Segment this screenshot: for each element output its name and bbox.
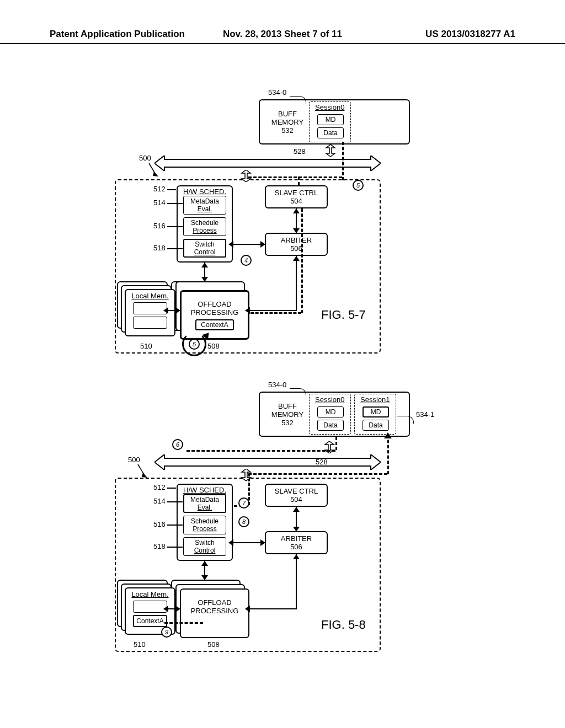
conn-off-arb-h-8 [249, 608, 297, 609]
fig-5-7-label: FIG. 5-7 [321, 308, 366, 322]
arrow-up-5a [201, 263, 208, 267]
leader-514 [167, 203, 183, 204]
svg-marker-3 [242, 170, 250, 182]
ref-500: 500 [139, 154, 151, 162]
step-7: 7 [238, 497, 249, 508]
leader-512 [167, 189, 176, 190]
fig-5-8-label: FIG. 5-8 [321, 618, 366, 632]
ref-504: 504 [290, 197, 302, 205]
ref-514: 514 [153, 199, 166, 207]
step-6: 6 [172, 439, 183, 450]
metadata-eval-box: MetaData Eval. [183, 196, 226, 215]
md-box-s1: MD [363, 406, 389, 417]
buff-label-1: BUFF [265, 110, 310, 118]
arrow-left-6 [163, 307, 168, 314]
page-header: Patent Application Publication Nov. 28, … [0, 29, 565, 44]
md-box: MD [317, 114, 344, 125]
lm-inner-1 [133, 302, 167, 314]
bidir-bus-500-8 [239, 469, 253, 481]
arrow-left-2 [228, 241, 233, 248]
session0-label: Session0 [315, 103, 344, 111]
dpath-58-s1 [387, 435, 389, 474]
dpath-57-c [298, 176, 300, 185]
step-4: 4 [241, 255, 252, 266]
svg-marker-4 [154, 454, 381, 470]
ref-532: 532 [265, 126, 310, 135]
switch-control-box: Switch Control [183, 239, 226, 258]
svg-marker-7 [242, 469, 250, 481]
arrow-down-1 [293, 228, 300, 233]
offload-label-2: PROCESSING [191, 308, 239, 317]
lm-inner-2 [133, 317, 167, 329]
offload-label-1: OFFLOAD [198, 300, 231, 308]
data-box-s1: Data [363, 420, 389, 431]
leader-534-0 [290, 96, 306, 104]
session1-box-8: Session1 MD Data [354, 394, 396, 435]
arrow-right-2 [260, 241, 265, 248]
step-8: 8 [238, 516, 249, 527]
dpath-57-e [250, 312, 301, 314]
dpath-58-ctx [164, 622, 203, 624]
leader-534-0-8 [290, 388, 306, 396]
header-left: Patent Application Publication [50, 29, 185, 40]
bus-528 [154, 156, 381, 171]
arrow-up-3 [293, 256, 300, 261]
header-center: Nov. 28, 2013 Sheet 7 of 11 [223, 29, 342, 40]
session0-box: Session0 MD Data [309, 101, 351, 142]
svg-marker-0 [154, 156, 381, 171]
svg-marker-1 [326, 144, 335, 157]
svg-marker-6 [142, 473, 147, 478]
ref-518: 518 [153, 244, 166, 252]
svg-marker-2 [153, 172, 158, 176]
step-9: 9 [161, 627, 172, 638]
ref-506: 506 [290, 244, 302, 253]
ref-528: 528 [294, 147, 306, 156]
ref-500-8: 500 [128, 456, 140, 464]
data-box: Data [317, 127, 344, 138]
ref-534-0: 534-0 [268, 88, 286, 97]
dpath-58-6b [335, 437, 337, 450]
header-right: US 2013/0318277 A1 [425, 29, 515, 40]
ref-528-8: 528 [316, 458, 328, 466]
dpath-58-6 [186, 450, 335, 452]
conn-off-arb-h [249, 310, 297, 311]
step-5-a: 5 [353, 180, 364, 191]
slave-ctrl-label: SLAVE CTRL [275, 189, 318, 197]
arbiter-label: ARBITER [281, 236, 312, 244]
leader-500 [146, 162, 159, 178]
dpath-57-a [342, 142, 344, 180]
session0-box-8: Session0 MD Data [309, 394, 351, 435]
ref-510: 510 [140, 342, 152, 350]
slave-ctrl-block-8: SLAVE CTRL 504 [265, 484, 328, 507]
ref-534-1: 534-1 [416, 410, 434, 419]
switch-control-box-8: Switch Control [183, 537, 226, 556]
leader-518 [167, 248, 183, 249]
arrow-up-s1 [384, 432, 392, 438]
bus-528-8 [154, 454, 381, 470]
bidir-buff-bus [324, 144, 337, 157]
dpath-57-d [301, 208, 303, 313]
leader-534-1 [397, 416, 414, 424]
arrow-down-5 [201, 277, 208, 282]
conn-arb-off [296, 256, 297, 311]
arbiter-block: ARBITER 506 [265, 233, 328, 256]
offload-processing-stack: OFFLOAD PROCESSING ContextA [171, 281, 249, 336]
schedule-process-box: Schedule Process [183, 217, 226, 236]
lm-inner-1-8 [133, 601, 167, 613]
conn-arb-off-8 [296, 554, 297, 609]
ref-516: 516 [153, 222, 166, 230]
slave-ctrl-block: SLAVE CTRL 504 [265, 185, 328, 208]
ref-508: 508 [207, 342, 220, 350]
lm-contextA-box: ContextA [133, 615, 167, 627]
arrow-right-6 [175, 307, 180, 314]
figure-5-7: BUFF MEMORY 532 Session0 MD Data 534-0 5… [105, 88, 436, 358]
arrow-left-4 [245, 307, 250, 314]
local-mem-label: Local Mem. [126, 292, 174, 300]
figure-5-8: BUFF MEMORY 532 Session0 MD Data Session… [105, 375, 458, 662]
dpath-58-s1b [248, 473, 387, 475]
hw-sched-label: H/W SCHED. [183, 188, 226, 196]
bidir-bus-500 [239, 170, 253, 182]
contextA-box: ContextA [195, 319, 234, 330]
offload-processing-stack-8: OFFLOAD PROCESSING [171, 580, 249, 635]
buff-label-2: MEMORY [265, 118, 310, 126]
